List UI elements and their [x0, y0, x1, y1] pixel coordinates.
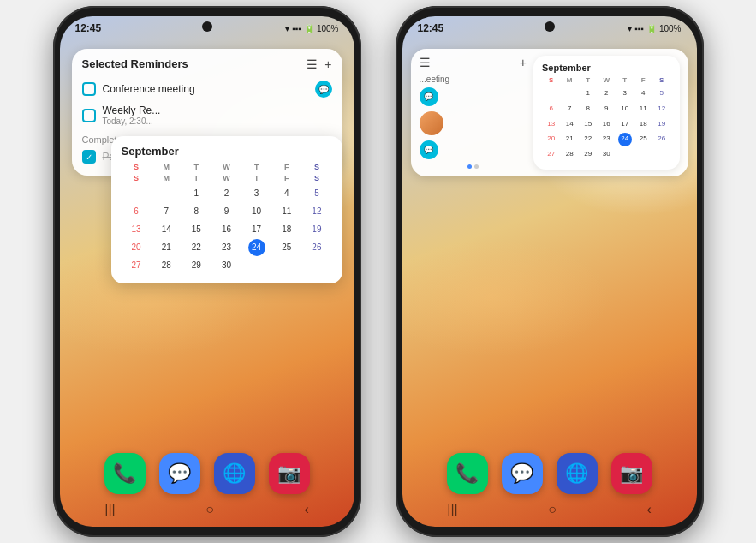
cal-cell-3-6[interactable]: 26	[652, 132, 671, 146]
cal-cell-2-2[interactable]: 15	[182, 221, 211, 238]
phone-left: 12:45 ▾ ▪▪▪ 🔋 100% Selected Reminders	[53, 6, 361, 537]
cal-cell-0-3[interactable]: 2	[211, 185, 241, 202]
cal-cell-2-3[interactable]: 16	[211, 221, 241, 238]
cal-cell-1-3[interactable]: 9	[211, 203, 241, 220]
list-icon-right[interactable]: ☰	[420, 56, 431, 69]
cal-cell-0-4[interactable]: 3	[616, 87, 634, 101]
cal-cell-3-0[interactable]: 20	[122, 239, 152, 256]
add-icon-right[interactable]: +	[520, 56, 527, 69]
dock-camera-right[interactable]: 📷	[611, 453, 652, 494]
cal-cell-1-4[interactable]: 10	[241, 203, 271, 220]
dock-camera-left[interactable]: 📷	[269, 453, 310, 494]
cal-cell-0-5[interactable]: 4	[271, 185, 301, 202]
cal-cell-1-2[interactable]: 8	[182, 203, 211, 220]
cal-cell-2-0[interactable]: 13	[542, 117, 561, 132]
cal-cell-0-4[interactable]: 3	[241, 185, 271, 202]
cal-hdr-tue: T	[182, 163, 211, 171]
cal-cell-2-4[interactable]: 17	[241, 221, 271, 238]
dock-messages-left[interactable]: 💬	[159, 453, 200, 494]
nav-home-right[interactable]: ○	[548, 502, 557, 517]
cal-cell-4-0[interactable]: 27	[542, 147, 561, 162]
cal-cell-3-1[interactable]: 21	[152, 239, 182, 256]
cal-cell-1-1[interactable]: 7	[152, 203, 182, 220]
cal-cell-4-3[interactable]: 30	[597, 147, 616, 162]
checkbox-2[interactable]	[82, 109, 96, 122]
cal-cell-3-5[interactable]: 25	[271, 239, 301, 256]
cal-hdr-thu: T	[241, 163, 271, 171]
cal-cell-4-3[interactable]: 30	[211, 257, 241, 274]
wallpaper-right: 12:45 ▾ ▪▪▪ 🔋 100% ☰	[402, 16, 697, 527]
cal-cell-4-6	[301, 257, 331, 274]
reminders-small-right: ☰ + ...eeting 💬	[420, 56, 527, 170]
dock-messages-right[interactable]: 💬	[502, 453, 543, 494]
list-icon[interactable]: ☰	[307, 58, 318, 70]
cal-cell-4-2[interactable]: 29	[579, 147, 598, 162]
add-reminder-button[interactable]: +	[324, 58, 331, 70]
cal-cell-2-3[interactable]: 16	[597, 117, 616, 132]
cal-cell-1-5[interactable]: 11	[271, 203, 301, 220]
cal-cell-2-1[interactable]: 14	[560, 117, 579, 132]
cal-cell-1-4[interactable]: 10	[616, 102, 634, 116]
nav-home-left[interactable]: ○	[205, 502, 214, 517]
nav-back-right[interactable]: ‹	[646, 502, 651, 517]
cal-cell-2-5[interactable]: 18	[634, 117, 652, 132]
nav-back-left[interactable]: ‹	[304, 502, 308, 517]
cal-cell-2-2[interactable]: 15	[579, 117, 598, 132]
cal-cell-1-6[interactable]: 12	[301, 203, 331, 220]
nav-recent-left[interactable]: |||	[104, 502, 115, 517]
checkbox-completed-1[interactable]: ✓	[82, 150, 96, 164]
cal-cell-3-0[interactable]: 20	[542, 132, 561, 146]
phone-right: 12:45 ▾ ▪▪▪ 🔋 100% ☰	[396, 6, 704, 537]
cal-title-right: September	[542, 63, 671, 73]
cal-cell-4-1[interactable]: 28	[560, 147, 579, 162]
cal-header-row: S M T W T F S	[122, 163, 332, 171]
cal-cell-4-0[interactable]: 27	[122, 257, 152, 274]
cal-cell-1-1[interactable]: 7	[560, 102, 579, 116]
cal-row-1: 6789101112	[122, 203, 332, 220]
cal-cell-1-0[interactable]: 6	[122, 203, 152, 220]
cal-cell-2-4[interactable]: 17	[616, 117, 634, 132]
cal-cell-3-4[interactable]: 24	[618, 133, 632, 146]
cal-cell-1-5[interactable]: 11	[634, 102, 652, 116]
cal-cell-3-5[interactable]: 25	[634, 132, 652, 146]
cal-cell-0-1	[560, 87, 579, 101]
cal-cell-1-2[interactable]: 8	[579, 102, 598, 116]
small-item-2-right	[420, 111, 527, 135]
small-item-1-right: 💬	[420, 87, 527, 106]
cal-cell-0-2[interactable]: 1	[182, 185, 211, 202]
cal-cell-0-1	[152, 185, 182, 202]
cal-cell-2-6[interactable]: 19	[652, 117, 671, 132]
cal-cell-2-6[interactable]: 19	[301, 221, 331, 238]
cal-cell-2-1[interactable]: 14	[152, 221, 182, 238]
cal-cell-2-0[interactable]: 13	[122, 221, 152, 238]
cal-cell-4-2[interactable]: 29	[182, 257, 211, 274]
dock-phone-left[interactable]: 📞	[104, 453, 146, 494]
cal-cell-3-4[interactable]: 24	[248, 239, 265, 256]
cal-cell-3-6[interactable]: 26	[301, 239, 331, 256]
cal-cell-3-1[interactable]: 21	[560, 132, 579, 146]
cal-cell-1-6[interactable]: 12	[652, 102, 671, 116]
cal-cell-1-0[interactable]: 6	[542, 102, 561, 116]
nav-recent-right[interactable]: |||	[447, 502, 457, 517]
cal-cell-0-3[interactable]: 2	[597, 87, 616, 101]
cal-cell-3-2[interactable]: 22	[579, 132, 598, 146]
battery-icon: 🔋	[304, 24, 314, 33]
cal-cell-2-5[interactable]: 18	[271, 221, 301, 238]
cal-cell-4-1[interactable]: 28	[152, 257, 182, 274]
right-widget-area: ☰ + ...eeting 💬	[411, 49, 688, 176]
cal-cell-0-2[interactable]: 1	[579, 87, 598, 101]
cal-cell-4-4	[616, 147, 634, 162]
cal-cell-1-3[interactable]: 9	[597, 102, 616, 116]
cal-cell-0-6[interactable]: 5	[301, 185, 331, 202]
cal-cell-3-2[interactable]: 22	[182, 239, 211, 256]
cal-cell-3-3[interactable]: 23	[597, 132, 616, 146]
cal-cell-3-3[interactable]: 23	[211, 239, 241, 256]
dock-samsung-right[interactable]: 🌐	[557, 453, 598, 494]
dock-samsung-left[interactable]: 🌐	[214, 453, 255, 494]
dock-phone-right[interactable]: 📞	[447, 453, 488, 494]
cal-cell-0-6[interactable]: 5	[652, 87, 671, 101]
status-time-right: 12:45	[418, 22, 444, 34]
checkbox-1[interactable]	[82, 82, 96, 96]
cal-cell-0-5[interactable]: 4	[634, 87, 652, 101]
widget-header-icons: ☰ +	[307, 58, 331, 70]
